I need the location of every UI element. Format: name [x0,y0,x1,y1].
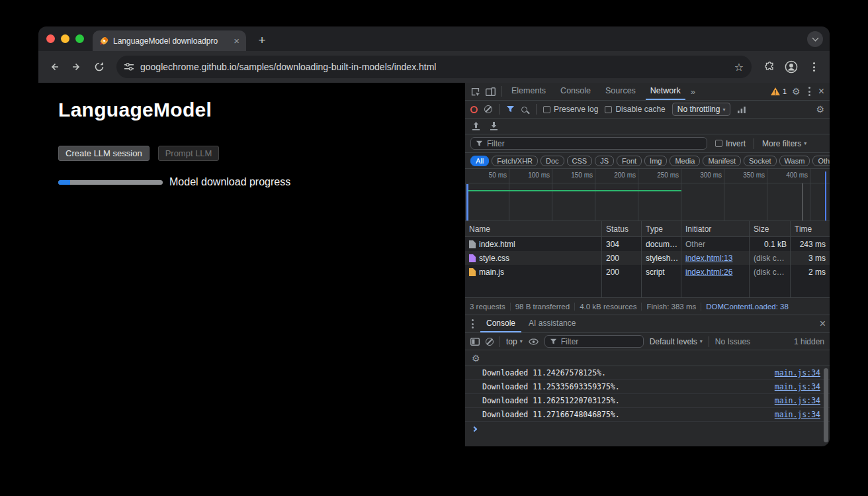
eye-icon[interactable] [529,338,539,345]
column-header-type[interactable]: Type [642,221,681,236]
clear-network-log-icon[interactable] [484,105,492,113]
tab-sources[interactable]: Sources [601,83,640,100]
console-message-source-link[interactable]: main.js:34 [775,396,820,405]
network-request-row[interactable]: main.js 200 script index.html:26 (disk c… [465,265,830,279]
column-header-status[interactable]: Status [602,221,642,236]
new-tab-button[interactable]: + [253,31,271,50]
filter-chip-doc[interactable]: Doc [541,156,564,166]
devtools-menu-icon[interactable] [806,84,813,99]
create-llm-session-button[interactable]: Create LLM session [58,146,150,161]
timeline-gridline: 300 ms [681,169,724,221]
console-settings-gear-icon[interactable]: ⚙ [472,354,480,363]
console-message-source-link[interactable]: main.js:34 [775,410,820,419]
preserve-log-checkbox[interactable]: Preserve log [543,105,598,114]
checkbox[interactable] [715,140,722,147]
timeline-selection-handle[interactable] [466,184,468,221]
column-header-name[interactable]: Name [465,221,602,236]
network-conditions-icon[interactable] [737,106,746,113]
import-har-icon[interactable] [472,122,480,130]
close-window-button[interactable] [46,34,55,43]
site-settings-icon[interactable] [124,62,134,72]
filter-chip-img[interactable]: Img [644,156,667,166]
throttling-select[interactable]: No throttling ▾ [672,103,731,116]
device-toolbar-icon[interactable] [486,87,496,96]
minimize-window-button[interactable] [61,34,69,43]
summary-domcontentloaded: DOMContentLoaded: 38 [701,303,793,311]
filter-chip-other[interactable]: Other [812,156,830,166]
back-button[interactable] [45,58,64,76]
inspect-element-icon[interactable] [470,87,480,97]
filter-chip-fetch-xhr[interactable]: Fetch/XHR [492,156,538,166]
tab-search-button[interactable] [807,31,823,47]
browser-menu-icon[interactable] [804,58,823,76]
warning-icon[interactable] [771,87,780,95]
address-bar[interactable]: googlechrome.github.io/samples/downloadi… [116,56,752,78]
filter-chip-css[interactable]: CSS [567,156,593,166]
invert-checkbox[interactable]: Invert [715,139,746,148]
drawer-close-icon[interactable]: × [820,319,826,329]
console-prompt-chevron-icon [472,426,477,432]
disable-cache-checkbox[interactable]: Disable cache [605,105,665,114]
drawer-tab-ai-assistance[interactable]: AI assistance [523,315,582,332]
column-divider[interactable] [601,221,602,297]
filter-chip-wasm[interactable]: Wasm [779,156,810,166]
devtools-close-icon[interactable]: × [818,86,824,97]
extensions-icon[interactable] [760,58,778,76]
filter-chip-media[interactable]: Media [670,156,700,166]
network-timeline-overview[interactable]: 50 ms 100 ms 150 ms 200 ms 250 ms 300 ms… [465,169,830,221]
network-filter-input[interactable] [487,139,702,148]
checkbox[interactable] [605,106,612,113]
filter-funnel-icon[interactable] [506,105,515,113]
context-selector[interactable]: top ▾ [506,337,523,346]
export-har-icon[interactable] [490,122,498,130]
filter-chip-manifest[interactable]: Manifest [703,156,741,166]
zoom-window-button[interactable] [75,34,84,43]
network-filter-input-wrap[interactable] [470,137,707,150]
prompt-llm-button[interactable]: Prompt LLM [158,146,220,161]
filter-chip-js[interactable]: JS [595,156,614,166]
bookmark-star-icon[interactable]: ☆ [734,61,744,74]
console-sidebar-icon[interactable] [470,338,480,346]
record-network-log-button[interactable] [470,106,478,113]
network-request-row[interactable]: index.html 304 docum… Other 0.1 kB 243 m… [465,237,830,251]
tab-console[interactable]: Console [556,83,595,100]
column-divider[interactable] [790,221,791,297]
checkbox[interactable] [543,106,550,113]
network-settings-gear-icon[interactable]: ⚙ [816,105,824,114]
issues-counter[interactable]: No Issues [715,337,750,346]
console-filter-input-wrap[interactable] [544,335,644,348]
more-filters-dropdown[interactable]: More filters ▾ [762,139,806,148]
tab-elements[interactable]: Elements [507,83,550,100]
column-header-initiator[interactable]: Initiator [681,221,750,236]
column-divider[interactable] [749,221,750,297]
console-scrollbar-thumb[interactable] [824,368,828,442]
console-filter-input[interactable] [561,337,638,346]
request-initiator-link[interactable]: index.html:26 [681,268,750,277]
forward-button[interactable] [67,58,86,76]
filter-chip-font[interactable]: Font [617,156,642,166]
tab-close-icon[interactable]: × [232,36,241,46]
log-levels-dropdown[interactable]: Default levels ▾ [650,337,703,346]
search-icon[interactable] [521,107,527,113]
reload-button[interactable] [90,58,108,76]
clear-console-icon[interactable] [486,338,494,346]
column-header-time[interactable]: Time [791,221,830,236]
devtools-settings-gear-icon[interactable]: ⚙ [792,87,801,96]
network-request-row[interactable]: style.css 200 stylesh… index.html:13 (di… [465,251,830,265]
drawer-menu-icon[interactable] [469,317,476,331]
profile-avatar[interactable] [782,58,801,76]
browser-tab[interactable]: LanguageModel downloadpro × [93,30,246,51]
more-tabs-icon[interactable]: » [691,87,695,97]
column-divider[interactable] [641,221,642,297]
request-initiator-link[interactable]: index.html:13 [681,254,750,263]
console-message-source-link[interactable]: main.js:34 [775,368,820,377]
filter-chip-all[interactable]: All [470,156,489,166]
console-prompt[interactable] [465,422,830,436]
drawer-tab-console[interactable]: Console [480,315,521,332]
column-divider[interactable] [681,221,681,297]
tab-network[interactable]: Network [646,83,685,100]
hidden-messages-count[interactable]: 1 hidden [794,337,824,346]
console-message-source-link[interactable]: main.js:34 [775,382,820,391]
filter-chip-socket[interactable]: Socket [744,156,777,166]
column-header-size[interactable]: Size [750,221,791,236]
